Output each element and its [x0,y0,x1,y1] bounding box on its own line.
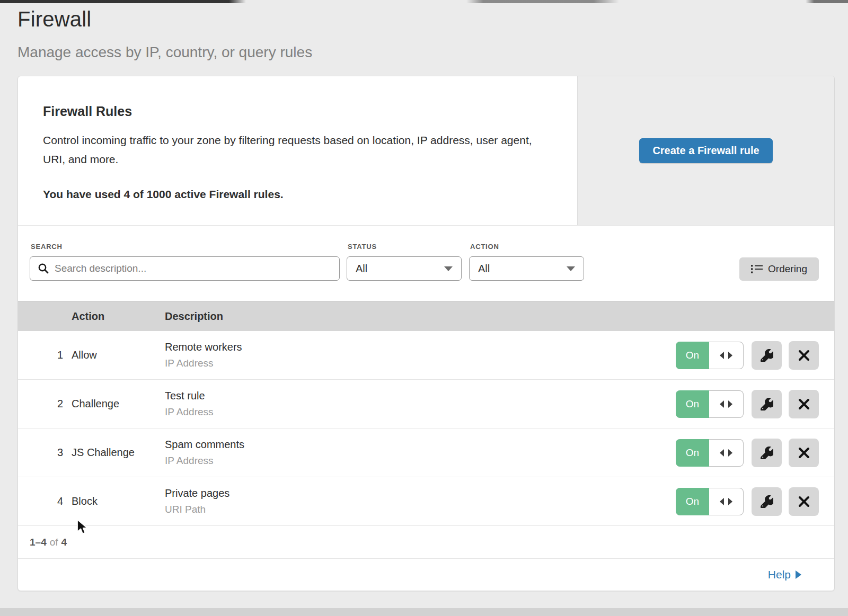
rule-field: IP Address [165,455,676,467]
delete-rule-button[interactable] [789,487,819,516]
delete-rule-button[interactable] [789,439,819,467]
rule-toggle[interactable]: On [676,488,744,515]
search-box[interactable] [30,256,340,281]
rule-description: Private pages [165,487,676,499]
rule-toggle[interactable]: On [676,439,744,467]
ordering-button-label: Ordering [768,263,807,275]
toggle-drag-handle[interactable] [709,439,744,467]
hero-usage: You have used 4 of 1000 active Firewall … [43,188,552,201]
rule-action: JS Challenge [72,447,165,459]
rule-description-cell: Spam comments IP Address [165,439,676,467]
rule-priority: 3 [18,447,72,459]
wrench-icon [761,349,773,362]
ordering-button[interactable]: Ordering [739,257,819,281]
window-top-edge [0,0,848,3]
page-subtitle: Manage access by IP, country, or query r… [17,44,848,61]
rule-description-cell: Private pages URI Path [165,487,676,515]
edit-rule-button[interactable] [752,341,782,370]
table-body: 1 Allow Remote workers IP Address On [18,331,834,526]
page-header: Firewall Manage access by IP, country, o… [0,0,848,61]
create-firewall-rule-button[interactable]: Create a Firewall rule [639,138,772,163]
toggle-on-segment: On [676,342,709,369]
filter-bar: SEARCH STATUS All ACTION All [18,226,834,301]
table-header-description: Description [165,310,834,323]
rule-description: Remote workers [165,341,676,353]
search-label: SEARCH [31,243,340,251]
close-icon [798,350,810,361]
rule-description: Spam comments [165,439,676,451]
arrow-right-icon [796,570,801,579]
list-icon [751,264,763,274]
table-row: 2 Challenge Test rule IP Address On [18,380,834,428]
left-right-arrows-icon [720,498,732,505]
table-row: 4 Block Private pages URI Path On [18,477,834,526]
toggle-on-segment: On [676,390,709,418]
left-right-arrows-icon [720,352,732,359]
help-row: Help [18,559,834,591]
rule-description: Test rule [165,390,676,402]
rule-field: IP Address [165,358,676,369]
status-selected-value: All [356,263,367,275]
pagination: 1–4 of 4 [18,526,834,559]
delete-rule-button[interactable] [789,390,819,418]
rule-description-cell: Remote workers IP Address [165,341,676,369]
wrench-icon [761,447,773,459]
toggle-on-segment: On [676,488,709,515]
hero-action-panel: Create a Firewall rule [577,76,834,225]
edit-rule-button[interactable] [752,439,782,467]
left-right-arrows-icon [720,400,732,408]
pagination-of: of [47,537,61,548]
close-icon [798,447,810,459]
rule-action: Block [72,495,165,507]
table-row: 3 JS Challenge Spam comments IP Address … [18,428,834,477]
toggle-on-segment: On [676,439,709,467]
action-select[interactable]: All [469,256,584,281]
hero-title: Firewall Rules [43,104,552,119]
rule-priority: 1 [18,349,72,361]
rule-field: IP Address [165,406,676,418]
firewall-rules-card: Firewall Rules Control incoming traffic … [17,76,835,591]
rule-controls: On [676,341,834,370]
table-row: 1 Allow Remote workers IP Address On [18,331,834,380]
search-icon [38,263,49,274]
chevron-down-icon [567,266,575,271]
pagination-range: 1–4 [30,537,47,548]
left-right-arrows-icon [720,449,732,457]
status-select[interactable]: All [347,256,462,281]
search-input[interactable] [55,263,332,274]
toggle-drag-handle[interactable] [709,390,744,418]
rule-toggle[interactable]: On [676,342,744,369]
rules-table: Action Description 1 Allow Remote worker… [18,301,834,526]
rule-controls: On [676,487,834,516]
toggle-drag-handle[interactable] [709,342,744,369]
hero-description: Control incoming traffic to your zone by… [43,131,546,169]
close-icon [798,496,810,507]
status-label: STATUS [348,243,462,251]
action-label: ACTION [470,243,584,251]
delete-rule-button[interactable] [789,341,819,370]
table-header-row: Action Description [18,301,834,331]
rule-priority: 2 [18,398,72,410]
rule-field: URI Path [165,504,676,515]
rule-controls: On [676,439,834,467]
rule-action: Challenge [72,398,165,410]
help-link[interactable]: Help [768,568,801,581]
rule-controls: On [676,390,834,418]
wrench-icon [761,495,773,508]
edit-rule-button[interactable] [752,390,782,418]
wrench-icon [761,398,773,410]
pagination-total: 4 [61,537,67,548]
window-bottom-edge [0,608,848,616]
help-link-label: Help [768,568,791,581]
hero-section: Firewall Rules Control incoming traffic … [18,76,834,226]
rule-priority: 4 [18,495,72,507]
toggle-drag-handle[interactable] [709,488,744,515]
chevron-down-icon [444,266,453,271]
hero-text: Firewall Rules Control incoming traffic … [18,76,577,225]
table-header-action: Action [72,310,165,323]
edit-rule-button[interactable] [752,487,782,516]
rule-action: Allow [72,349,165,361]
page-title: Firewall [17,7,848,31]
rule-toggle[interactable]: On [676,390,744,418]
action-selected-value: All [478,263,490,275]
